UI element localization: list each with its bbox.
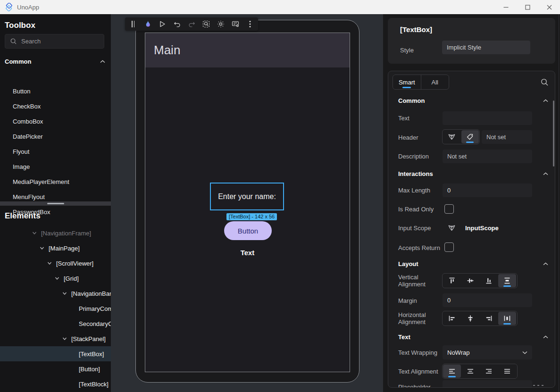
valign-bottom-icon[interactable] [480, 274, 498, 287]
margin-input[interactable] [443, 293, 532, 307]
halign-stretch-icon[interactable] [498, 312, 516, 325]
description-input[interactable] [443, 150, 532, 163]
tree-item-button[interactable]: [Button] [0, 361, 111, 376]
chevron-up-icon [543, 172, 548, 175]
toolbar-drag-handle[interactable] [129, 19, 137, 29]
input-scope-binding-icon[interactable] [448, 224, 456, 232]
chevron-up-icon [543, 335, 548, 339]
chevron-down-icon [54, 275, 60, 281]
style-label: Style [400, 43, 414, 57]
toolbox-item-flyout[interactable]: Flyout [0, 144, 111, 159]
toolbox-item-checkbox[interactable]: CheckBox [0, 99, 111, 114]
toolbox-search-input[interactable] [21, 38, 92, 45]
elements-title: Elements [5, 211, 41, 221]
toolbox-item-image[interactable]: Image [0, 159, 111, 175]
valign-stretch-icon[interactable] [498, 274, 516, 287]
style-input[interactable] [442, 41, 530, 54]
minimize-button[interactable] [495, 0, 517, 14]
splitter-grip-icon [47, 203, 64, 204]
toolbox-item-combobox[interactable]: ComboBox [0, 114, 111, 129]
header-literal-tag-icon[interactable] [461, 130, 479, 143]
header-value-input[interactable] [482, 130, 532, 144]
device-settings-icon[interactable] [231, 19, 240, 29]
sidebar-splitter[interactable] [0, 201, 111, 206]
tree-item-navigationframe[interactable]: [NavigationFrame] [0, 225, 111, 241]
toolbox-search[interactable] [5, 34, 104, 49]
element-picker-icon[interactable] [202, 19, 210, 29]
section-interactions[interactable]: Interactions [398, 170, 548, 177]
input-scope-value[interactable]: InputScope [465, 225, 499, 232]
toolbox-item-datepicker[interactable]: DatePicker [0, 129, 111, 144]
text-align-left-icon[interactable] [443, 365, 461, 378]
properties-search-icon[interactable] [540, 78, 549, 86]
header-binding-icon[interactable] [443, 130, 461, 143]
properties-card: Smart All Common Text Header [388, 71, 555, 388]
tree-item-textbox-selected[interactable]: [TextBox] [0, 346, 111, 361]
text-align-justify-icon[interactable] [498, 365, 516, 378]
text-align-center-icon[interactable] [461, 365, 479, 378]
placeholder-input[interactable] [443, 380, 532, 388]
tree-item-textblock[interactable]: [TextBlock] [0, 376, 111, 392]
canvas-toolbar [125, 17, 258, 31]
toolbox-item-button[interactable]: Button [0, 84, 111, 99]
app-title: UnoApp [17, 4, 39, 11]
undo-button[interactable] [173, 19, 181, 29]
play-button[interactable] [158, 19, 167, 29]
section-layout[interactable]: Layout [398, 260, 548, 267]
margin-label: Margin [398, 297, 442, 304]
panel-scroll-track[interactable] [559, 14, 559, 392]
more-options-kebab-icon[interactable] [246, 19, 254, 29]
close-button[interactable] [538, 0, 560, 14]
tab-smart[interactable]: Smart [393, 75, 421, 89]
toolbox-item-mediaplayerelement[interactable]: MediaPlayerElement [0, 175, 111, 190]
redo-button[interactable] [187, 19, 196, 29]
chevron-down-icon [62, 336, 67, 342]
accepts-return-checkbox[interactable] [444, 242, 454, 252]
toolbox-section-common[interactable]: Common [5, 58, 105, 65]
chevron-down-icon [32, 230, 37, 236]
tree-item-grid[interactable]: [Grid] [0, 271, 111, 286]
window-titlebar: UnoApp [0, 0, 560, 14]
tab-all[interactable]: All [421, 75, 449, 89]
theme-toggle-sun-icon[interactable] [217, 19, 225, 29]
tree-item-primarycommands[interactable]: PrimaryComm [0, 301, 111, 316]
left-sidebar: Toolbox Common Button CheckBox ComboBox … [0, 14, 111, 392]
card-scrollbar-thumb[interactable] [553, 100, 554, 167]
tree-item-navigationbar[interactable]: [NavigationBar] [0, 286, 111, 301]
tree-item-stackpanel[interactable]: [StackPanel] [0, 331, 111, 346]
tree-item-scrollviewer[interactable]: [ScrollViewer] [0, 256, 111, 271]
text-label: Text [398, 115, 442, 122]
text-alignment-label: Text Alignment [398, 368, 442, 375]
selection-size-badge: [TextBox] - 142 x 56 [226, 213, 277, 220]
canvas-button[interactable]: Button [224, 221, 272, 240]
text-align-right-icon[interactable] [480, 365, 498, 378]
hot-reload-flame-icon[interactable] [143, 19, 152, 29]
section-common[interactable]: Common [398, 97, 548, 104]
properties-tabs: Smart All [393, 75, 449, 90]
max-length-label: Max Length [398, 187, 442, 194]
device-frame: Main Enter your name: [TextBox] - 142 x … [135, 20, 359, 383]
text-wrapping-dropdown[interactable]: NoWrap [443, 345, 532, 359]
toolbox-item-list: Button CheckBox ComboBox DatePicker Flyo… [0, 84, 111, 220]
navigation-bar: Main [145, 33, 350, 67]
valign-center-icon[interactable] [461, 274, 479, 287]
tree-item-mainpage[interactable]: [MainPage] [0, 241, 111, 256]
vertical-alignment-label: Vertical Alignment [398, 274, 442, 288]
canvas-textblock[interactable]: Text [145, 249, 350, 257]
max-length-input[interactable] [443, 183, 532, 197]
selected-element-title: [TextBox] [400, 25, 432, 33]
halign-center-icon[interactable] [461, 312, 479, 325]
search-icon [10, 38, 17, 45]
section-text[interactable]: Text [398, 334, 548, 341]
valign-top-icon[interactable] [443, 274, 461, 287]
canvas-textbox-selected[interactable]: Enter your name: [210, 183, 284, 210]
chevron-down-icon [62, 291, 67, 296]
page-title: Main [154, 43, 180, 58]
halign-left-icon[interactable] [443, 312, 461, 325]
placeholder-label: Placeholder [398, 384, 442, 388]
maximize-button[interactable] [517, 0, 538, 14]
tree-item-secondarycommands[interactable]: SecondaryCo [0, 316, 111, 331]
is-read-only-checkbox[interactable] [444, 204, 454, 214]
halign-right-icon[interactable] [480, 312, 498, 325]
text-input[interactable] [443, 111, 532, 125]
